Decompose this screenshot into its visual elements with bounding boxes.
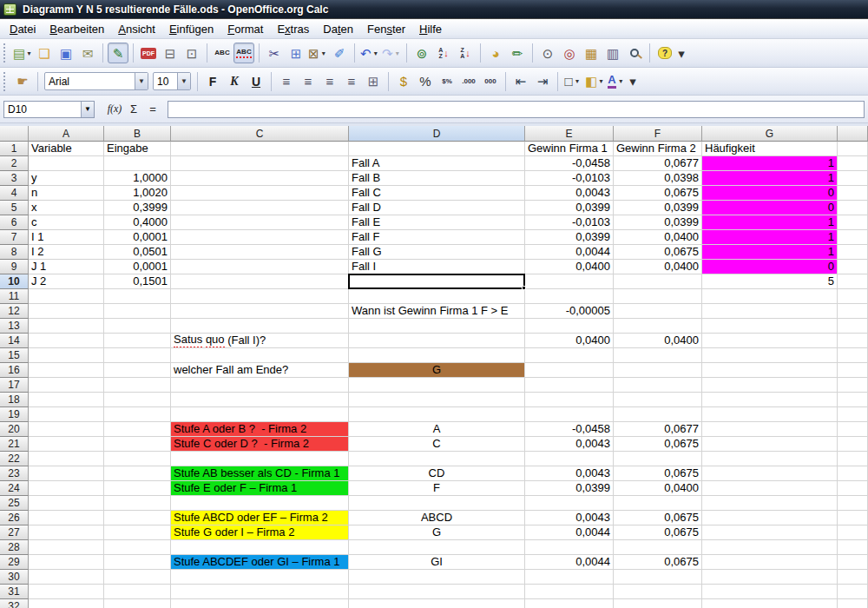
cell-B22[interactable] [104, 452, 171, 466]
column-header-c[interactable]: C [171, 126, 349, 142]
cell-G22[interactable] [702, 452, 838, 466]
cell-H5[interactable] [838, 201, 868, 215]
cell-B16[interactable] [104, 363, 171, 378]
cell-G11[interactable] [702, 289, 838, 304]
cell-C24[interactable]: Stufe E oder F – Firma 1 [171, 481, 349, 496]
background-color-dropdown-icon[interactable]: ▾ [598, 77, 604, 85]
cell-F26[interactable]: 0,0675 [614, 511, 702, 525]
cell-F22[interactable] [614, 452, 702, 466]
column-header-e[interactable]: E [525, 126, 614, 142]
cell-G23[interactable] [702, 466, 838, 481]
column-header-g[interactable]: G [702, 126, 838, 142]
redo-dropdown-icon[interactable]: ▾ [394, 50, 401, 57]
select-all-corner[interactable] [0, 126, 29, 142]
number-percent-button[interactable]: % [415, 71, 436, 92]
cell-H8[interactable] [838, 245, 868, 260]
align-center-button[interactable]: ≡ [298, 71, 319, 92]
cell-A21[interactable] [29, 437, 104, 452]
row-header-12[interactable]: 12 [0, 304, 29, 319]
cell-H13[interactable] [838, 319, 868, 334]
cell-F5[interactable]: 0,0399 [614, 201, 702, 215]
row-header-14[interactable]: 14 [0, 334, 29, 348]
cell-D18[interactable] [349, 393, 525, 407]
row-header-23[interactable]: 23 [0, 466, 29, 481]
increase-indent-button[interactable]: ⇥ [532, 71, 553, 92]
cell-B12[interactable] [104, 304, 171, 319]
cell-H25[interactable] [838, 496, 868, 511]
column-header-d[interactable]: D [349, 126, 525, 142]
cell-D22[interactable] [349, 452, 525, 466]
cell-C30[interactable] [171, 570, 349, 585]
cell-D26[interactable]: ABCD [349, 511, 525, 525]
cell-C19[interactable] [171, 407, 349, 422]
row-header-4[interactable]: 4 [0, 186, 29, 201]
cell-E22[interactable] [525, 452, 614, 466]
row-header-32[interactable]: 32 [0, 599, 29, 608]
cell-G28[interactable] [702, 540, 838, 555]
row-header-25[interactable]: 25 [0, 496, 29, 511]
cell-D1[interactable] [349, 142, 525, 156]
cell-E13[interactable] [525, 319, 614, 334]
cell-D21[interactable]: C [349, 437, 525, 452]
cell-E10[interactable] [525, 274, 614, 289]
cell-C23[interactable]: Stufe AB besser als CD - Firma 1 [171, 466, 349, 481]
cell-F10[interactable] [614, 274, 702, 289]
cell-B3[interactable]: 1,0000 [104, 171, 171, 186]
cell-C20[interactable]: Stufe A oder B ? - Firma 2 [171, 422, 349, 437]
cell-H18[interactable] [838, 393, 868, 407]
cell-E24[interactable]: 0,0399 [525, 481, 614, 496]
cell-C17[interactable] [171, 378, 349, 393]
cell-G14[interactable] [702, 334, 838, 348]
toolbar-grip[interactable] [3, 72, 8, 91]
cell-B32[interactable] [104, 599, 171, 608]
cell-G16[interactable] [702, 363, 838, 378]
cell-G19[interactable] [702, 407, 838, 422]
cell-A30[interactable] [29, 570, 104, 585]
cell-A28[interactable] [29, 540, 104, 555]
cell-E27[interactable]: 0,0044 [525, 525, 614, 540]
cell-F7[interactable]: 0,0400 [614, 230, 702, 245]
bold-button[interactable]: F [202, 71, 223, 92]
cell-H1[interactable] [838, 142, 868, 156]
cell-G9[interactable]: 0 [702, 260, 838, 274]
row-header-26[interactable]: 26 [0, 511, 29, 525]
sort-ascending-button[interactable]: AZ↓ [433, 43, 454, 63]
menu-datei[interactable]: Datei [3, 19, 43, 38]
redo-button[interactable]: ↷▾ [381, 43, 402, 63]
menu-extras[interactable]: Extras [270, 19, 316, 38]
cell-A23[interactable] [29, 466, 104, 481]
font-name-combobox[interactable]: Arial▼ [44, 72, 148, 90]
row-header-16[interactable]: 16 [0, 363, 29, 378]
cell-F4[interactable]: 0,0675 [614, 186, 702, 201]
cell-F23[interactable]: 0,0675 [614, 466, 702, 481]
cell-C7[interactable] [171, 230, 349, 245]
undo-button[interactable]: ↶▾ [359, 43, 380, 63]
draw-functions-button[interactable]: ✏ [507, 43, 528, 63]
cell-A31[interactable] [29, 585, 104, 599]
new-document-dropdown-icon[interactable]: ▾ [26, 50, 32, 57]
row-header-9[interactable]: 9 [0, 260, 29, 274]
cell-C27[interactable]: Stufe G oder I – Firma 2 [171, 525, 349, 540]
cell-A18[interactable] [29, 393, 104, 407]
cell-E16[interactable] [525, 363, 614, 378]
toolbar-overflow-formatting-button[interactable]: ▾ [628, 71, 638, 92]
cell-C9[interactable] [171, 260, 349, 274]
export-pdf-button[interactable]: PDF [138, 43, 159, 63]
cell-A10[interactable]: J 2 [29, 274, 104, 289]
align-left-button[interactable]: ≡ [276, 71, 297, 92]
cell-D16[interactable]: G [349, 363, 525, 378]
row-header-10[interactable]: 10 [0, 274, 29, 289]
row-header-8[interactable]: 8 [0, 245, 29, 260]
spellcheck-button[interactable]: ABC [212, 43, 233, 63]
insert-chart-button[interactable]: ◕ [485, 43, 506, 63]
menu-hilfe[interactable]: Hilfe [412, 19, 449, 38]
cell-C18[interactable] [171, 393, 349, 407]
cell-A4[interactable]: n [29, 186, 104, 201]
cell-B30[interactable] [104, 570, 171, 585]
cell-C15[interactable] [171, 348, 349, 363]
cell-G29[interactable] [702, 555, 838, 570]
cell-B21[interactable] [104, 437, 171, 452]
cell-H30[interactable] [838, 570, 868, 585]
row-header-15[interactable]: 15 [0, 348, 29, 363]
cell-D14[interactable] [349, 334, 525, 348]
